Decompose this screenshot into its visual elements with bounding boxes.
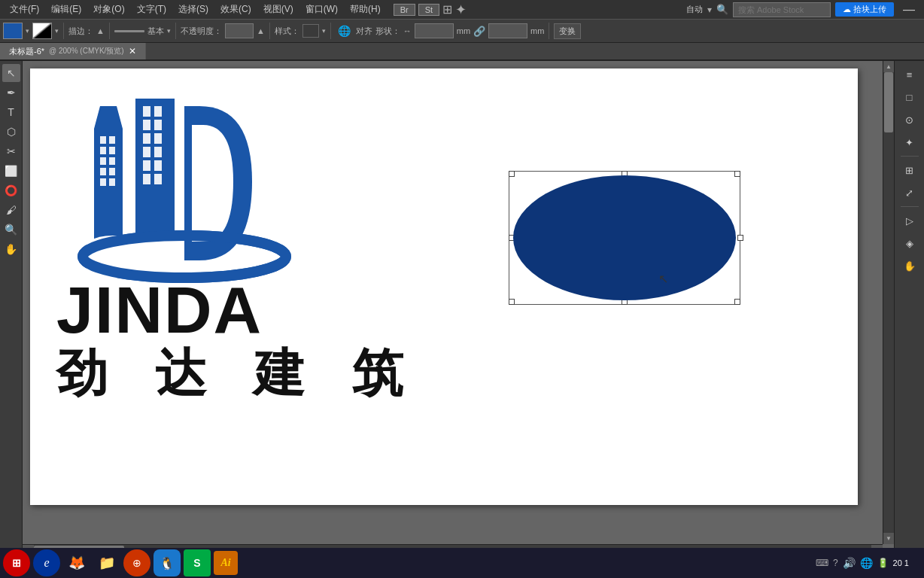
effects-btn[interactable]: ✦: [899, 132, 920, 153]
handle-mid-right[interactable]: [737, 235, 743, 241]
ie-icon-btn[interactable]: e: [33, 549, 60, 576]
qq-icon: 🐧: [160, 556, 175, 570]
file-manager-btn[interactable]: 📁: [93, 549, 120, 576]
dropdown-icon: ▾: [707, 5, 712, 15]
rect-tool-btn[interactable]: ⬜: [2, 162, 20, 180]
rp-separator1: [901, 156, 919, 157]
battery-icon: 🔋: [877, 558, 889, 568]
stroke-swatch-dropdown[interactable]: ▾: [55, 27, 59, 35]
help-icon: ?: [833, 558, 838, 568]
toolbar: ▾ ▾ 描边： ▲ 基本 ▾ 不透明度： 100% ▲ 样式： ▾ 🌐 对齐 形…: [0, 19, 924, 43]
menu-item-window[interactable]: 窗口(W): [300, 2, 343, 17]
zoom-tool-btn[interactable]: 🔍: [2, 221, 20, 239]
pathfinder-btn[interactable]: ▷: [899, 210, 920, 231]
style-label: 样式：: [275, 26, 299, 37]
ellipse-shape[interactable]: [512, 174, 737, 302]
transform-panel-btn[interactable]: ⤢: [899, 182, 920, 203]
stroke-up-icon[interactable]: ▲: [96, 26, 105, 35]
gradient-btn[interactable]: ◈: [899, 233, 920, 254]
fill-color-swatch[interactable]: [3, 23, 23, 39]
wps-btn[interactable]: S: [184, 549, 211, 576]
system-tray: ⌨ ? 🔊 🌐 🔋 20 1: [816, 557, 921, 569]
folder-icon: 📁: [99, 555, 115, 571]
scroll-thumb[interactable]: [884, 72, 893, 132]
opacity-label: 不透明度：: [181, 26, 222, 37]
left-toolbox: ↖ ✒ T ⬡ ✂ ⬜ ⭕ 🖌 🔍 ✋: [0, 61, 23, 555]
appearance-btn[interactable]: ⊙: [899, 109, 920, 130]
svg-point-27: [513, 175, 736, 300]
svg-rect-20: [154, 147, 162, 157]
width-input[interactable]: 49.036: [415, 23, 454, 38]
ai-app-label: Ai: [220, 557, 230, 569]
browser-icon: 🦊: [68, 555, 85, 571]
svg-marker-1: [94, 106, 123, 129]
height-input[interactable]: 22.18: [488, 23, 527, 38]
select-tool-btn[interactable]: ↖: [2, 64, 20, 82]
globe-icon-btn[interactable]: 🌐: [336, 23, 353, 38]
adobe-bridge-btn[interactable]: Br: [394, 4, 415, 16]
firefox-btn[interactable]: ⊕: [123, 549, 150, 576]
volume-icon[interactable]: 🔊: [843, 557, 856, 569]
right-panel: ≡ □ ⊙ ✦ ⊞ ⤢ ▷ ◈ ✋: [894, 61, 924, 555]
menu-item-view[interactable]: 视图(V): [258, 2, 299, 17]
adobe-stock-upload-btn[interactable]: ☁ 拾块上传: [835, 2, 894, 17]
tab-bar: 未标题-6* @ 200% (CMYK/预览) ✕: [0, 43, 924, 61]
menu-item-object[interactable]: 对象(O): [88, 2, 129, 17]
canvas-area[interactable]: JINDA 劲 达 建 筑: [23, 61, 894, 555]
style-preview[interactable]: [302, 24, 319, 38]
hand-panel-btn[interactable]: ✋: [899, 255, 920, 276]
menu-item-effect[interactable]: 效果(C): [215, 2, 257, 17]
svg-rect-17: [143, 133, 150, 144]
search-input[interactable]: [733, 2, 831, 17]
opacity-input[interactable]: 100%: [225, 23, 254, 38]
stroke-type-dropdown[interactable]: ▾: [167, 27, 171, 35]
menu-item-help[interactable]: 帮助(H): [345, 2, 386, 17]
opacity-up-icon[interactable]: ▲: [257, 26, 265, 35]
shape-tool-btn[interactable]: ⬡: [2, 123, 20, 141]
stroke-swatch[interactable]: [32, 23, 52, 39]
stroke-line-preview: [114, 30, 144, 32]
hand-tool-btn[interactable]: ✋: [2, 240, 20, 258]
transform-btn[interactable]: 变换: [554, 23, 581, 39]
link-icon[interactable]: 🔗: [473, 26, 485, 37]
style-dropdown[interactable]: ▾: [322, 27, 326, 35]
menu-right: 自动 ▾ 🔍 ☁ 拾块上传 —: [686, 2, 919, 17]
ellipse-tool-btn[interactable]: ⭕: [2, 181, 20, 199]
swatch-dropdown-icon[interactable]: ▾: [26, 27, 29, 35]
ellipse-svg: [512, 174, 737, 302]
brush-tool-btn[interactable]: 🖌: [2, 201, 20, 219]
clock: 20 1: [893, 558, 915, 567]
artboards-btn[interactable]: □: [899, 87, 920, 108]
separator5: [330, 23, 331, 39]
network-icon[interactable]: 🌐: [860, 557, 873, 569]
svg-rect-14: [154, 106, 162, 117]
vertical-scrollbar[interactable]: ▲ ▼: [883, 61, 894, 544]
menu-item-text[interactable]: 文字(T): [132, 2, 172, 17]
svg-rect-13: [143, 106, 150, 117]
qq-btn[interactable]: 🐧: [153, 549, 181, 576]
layers-btn[interactable]: ≡: [899, 64, 920, 85]
stock-bridge-btn[interactable]: St: [418, 4, 439, 16]
windows-start-btn[interactable]: ⊞: [3, 549, 30, 576]
scissors-tool-btn[interactable]: ✂: [2, 142, 20, 160]
browser-icon-btn[interactable]: 🦊: [63, 549, 90, 576]
tab-mode: @ 200% (CMYK/预览): [49, 46, 124, 56]
tab-close-btn[interactable]: ✕: [129, 46, 136, 56]
auto-mode-label: 自动: [686, 4, 703, 15]
ai-icon-btn[interactable]: Ai: [214, 551, 238, 575]
draw-tool-btn[interactable]: ✒: [2, 84, 20, 102]
svg-rect-21: [143, 160, 150, 171]
active-tab[interactable]: 未标题-6* @ 200% (CMYK/预览) ✕: [0, 43, 146, 59]
menu-item-file[interactable]: 文件(F): [5, 2, 44, 17]
document-page: JINDA 劲 达 建 筑: [30, 68, 858, 505]
align-panel-btn[interactable]: ⊞: [899, 160, 920, 181]
width-unit-label: mm: [457, 26, 470, 35]
wps-icon: S: [193, 557, 200, 569]
menu-item-edit[interactable]: 编辑(E): [46, 2, 87, 17]
menu-item-select[interactable]: 选择(S): [173, 2, 214, 17]
stock-btn-label: 拾块上传: [853, 5, 886, 14]
menu-bar: 文件(F) 编辑(E) 对象(O) 文字(T) 选择(S) 效果(C) 视图(V…: [0, 0, 924, 19]
jinda-cn-text: 劲 达 建 筑: [56, 339, 420, 408]
text-tool-btn[interactable]: T: [2, 103, 20, 121]
minimize-btn[interactable]: —: [898, 3, 919, 17]
